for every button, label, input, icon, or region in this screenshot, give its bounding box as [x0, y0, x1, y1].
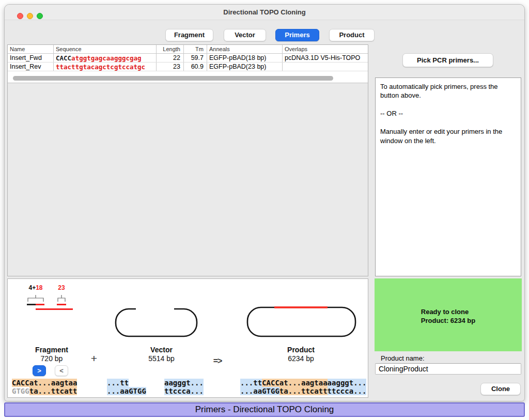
arrow-sign: =>: [207, 356, 228, 366]
primer-overlaps: [283, 63, 368, 71]
instructions-line-1: To automatically pick primers, press the…: [380, 82, 516, 100]
table-header-row: Name Sequence Length Tm Anneals Overlaps: [8, 45, 368, 54]
vector-label: Vector: [137, 346, 186, 354]
col-header-sequence: Sequence: [54, 45, 157, 53]
product-seq-bottom: ...aaGTGGta...ttcattttccca...: [240, 387, 366, 395]
primer-name: Insert_Rev: [8, 63, 54, 71]
product-name-label: Product name:: [381, 354, 425, 362]
primer-list-pane: Name Sequence Length Tm Anneals Overlaps…: [7, 44, 368, 276]
col-header-length: Length: [157, 45, 184, 53]
vector-size: 5514 bp: [137, 354, 186, 363]
primer-name: Insert_Fwd: [8, 54, 54, 62]
instructions-or: -- OR --: [380, 109, 516, 118]
rev-primer-length-label: 23: [54, 284, 69, 291]
col-header-anneals: Anneals: [207, 45, 283, 53]
vector-map-outline: [116, 309, 197, 336]
tab-fragment[interactable]: Fragment: [165, 29, 213, 41]
reverse-orientation-button[interactable]: <: [55, 365, 68, 376]
tab-product[interactable]: Product: [329, 29, 375, 41]
status-line-2: Product: 6234 bp: [421, 316, 475, 325]
plus-sign: +: [86, 352, 102, 365]
fragment-seq-top: CACCat...aagtaa: [12, 379, 77, 387]
window-title: Directional TOPO Cloning: [5, 8, 524, 16]
pick-pcr-primers-button[interactable]: Pick PCR primers...: [402, 53, 493, 67]
table-row[interactable]: Insert_Rev ttacttgtacagctcgtccatgc 23 60…: [8, 63, 368, 71]
title-bar: Directional TOPO Cloning: [5, 5, 524, 20]
product-size: 6234 bp: [276, 354, 325, 363]
primer-sequence: CACCatggtgagcaagggcgag: [54, 54, 157, 62]
screenshot-root: Directional TOPO Cloning Fragment Vector…: [0, 0, 529, 420]
tab-primers[interactable]: Primers: [275, 29, 319, 41]
ready-status-box: Ready to clone Product: 6234 bp: [375, 278, 522, 351]
fwd-primer-length-label: 4+18: [25, 284, 46, 291]
fwd-primer-bracket: [28, 295, 43, 302]
primer-length: 23: [157, 63, 184, 71]
fragment-label: Fragment: [28, 346, 75, 354]
primer-length: 22: [157, 54, 184, 62]
primer-overlaps: pcDNA3.1D V5-His-TOPO: [283, 54, 368, 62]
product-map-outline: [247, 307, 355, 336]
horizontal-scrollbar[interactable]: [13, 76, 333, 81]
product-label: Product: [276, 346, 325, 354]
primer-anneals: EGFP-pBAD(23 bp): [207, 63, 283, 71]
primer-anneals: EGFP-pBAD(18 bp): [207, 54, 283, 62]
vector-right-seq-top: aagggt...: [164, 379, 204, 387]
product-name-input[interactable]: [375, 363, 521, 375]
vector-right-seq-bottom: ttccca...: [164, 387, 204, 395]
vector-left-seq-bottom: ...aaGTGG: [107, 387, 146, 395]
col-header-name: Name: [8, 45, 54, 53]
instructions-line-2: Manually enter or edit your primers in t…: [380, 127, 516, 145]
col-header-overlaps: Overlaps: [283, 45, 368, 53]
fragment-size: 720 bp: [28, 354, 75, 363]
caption-bar: Primers - Directional TOPO Cloning: [4, 402, 525, 417]
forward-orientation-button[interactable]: >: [33, 365, 46, 376]
primer-tm: 59.7: [184, 54, 207, 62]
rev-primer-bracket: [58, 295, 65, 302]
fragment-seq-bottom: GTGGta...ttcatt: [12, 387, 77, 395]
product-seq-top: ...ttCACCat...aagtaaaagggt...: [240, 379, 366, 387]
table-row[interactable]: Insert_Fwd CACCatggtgagcaagggcgag 22 59.…: [8, 54, 368, 63]
tab-vector[interactable]: Vector: [224, 29, 266, 41]
primer-table: Name Sequence Length Tm Anneals Overlaps…: [8, 45, 368, 83]
primer-tm: 60.9: [184, 63, 207, 71]
primer-sequence: ttacttgtacagctcgtccatgc: [54, 63, 157, 71]
vector-left-seq-top: ...tt: [107, 379, 129, 387]
col-header-tm: Tm: [184, 45, 207, 53]
instructions-box: To automatically pick primers, press the…: [375, 77, 521, 276]
status-line-1: Ready to clone: [421, 307, 475, 316]
cloning-diagram-panel: 4+18 23 Fragment 720 bp + Vector 5514 bp…: [7, 278, 368, 398]
clone-button[interactable]: Clone: [480, 383, 521, 395]
